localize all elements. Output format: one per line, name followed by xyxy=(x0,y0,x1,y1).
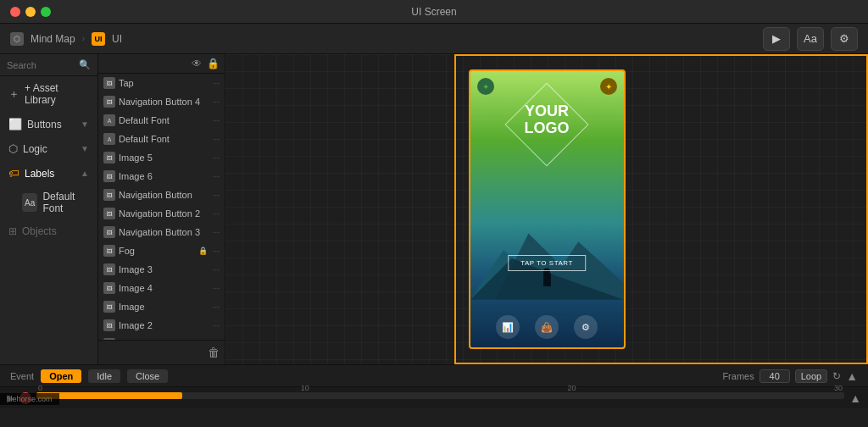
layer-item[interactable]: 🖼Image 6··· xyxy=(98,167,225,186)
layer-options-icon[interactable]: ··· xyxy=(213,228,220,237)
timeline: ▶ 0 10 20 30 ▲ xyxy=(0,386,868,408)
layer-options-icon[interactable]: ··· xyxy=(213,116,220,125)
layer-name-label: Tap xyxy=(119,78,208,88)
visibility-icon[interactable]: 👁 xyxy=(192,58,202,69)
layer-options-icon[interactable]: ··· xyxy=(213,247,220,256)
window-title: UI Screen xyxy=(411,6,456,18)
idle-event-button[interactable]: Idle xyxy=(88,369,120,383)
settings-icon-btn[interactable]: ⚙ xyxy=(574,315,598,339)
layer-item[interactable]: ADefault Font··· xyxy=(98,130,225,148)
main-area: 🔍 ＋ + Asset Library ⬜ Buttons ▼ ⬡ Logic … xyxy=(0,54,868,364)
mountains-svg xyxy=(470,199,624,301)
tap-text: TAP TO START xyxy=(520,259,573,267)
tap-to-start-button[interactable]: TAP TO START xyxy=(508,255,586,271)
layer-item[interactable]: 🖼Navigation Button 2··· xyxy=(98,204,225,223)
layer-options-icon[interactable]: ··· xyxy=(213,153,220,163)
close-event-button[interactable]: Close xyxy=(127,369,168,383)
layer-lock-icon: 🔒 xyxy=(198,247,208,255)
gear-icon: ⚙ xyxy=(839,32,849,45)
breadcrumb-separator: › xyxy=(82,34,85,43)
layer-type-icon: 🖼 xyxy=(103,263,115,275)
event-label: Event xyxy=(10,371,34,381)
layer-item[interactable]: 🖼Fog🔒··· xyxy=(98,241,225,260)
layer-type-icon: 🖼 xyxy=(103,96,115,108)
layer-panel: 👁 🔒 🖼Tap···🖼Navigation Button 4···ADefau… xyxy=(98,54,225,364)
layer-options-icon[interactable]: ··· xyxy=(213,265,220,274)
layer-options-icon[interactable]: ··· xyxy=(213,172,220,181)
delete-layer-button[interactable]: 🗑 xyxy=(208,346,220,359)
play-icon: ▶ xyxy=(772,32,781,45)
maximize-window-button[interactable] xyxy=(41,7,51,17)
font-button[interactable]: Aa xyxy=(797,27,824,51)
layer-item[interactable]: 🖼Tap··· xyxy=(98,74,225,92)
layer-item[interactable]: 🖼Image 2··· xyxy=(98,316,225,335)
layer-options-icon[interactable]: ··· xyxy=(213,321,220,330)
layer-name-label: Navigation Button xyxy=(119,190,208,200)
search-icon: 🔍 xyxy=(79,59,91,70)
collapse-icon[interactable]: ▲ xyxy=(846,369,858,383)
breadcrumb-mindmap[interactable]: Mind Map xyxy=(31,33,75,45)
layer-footer: 🗑 xyxy=(98,340,225,364)
timeline-track[interactable] xyxy=(36,392,844,399)
logo-line1: YOUR xyxy=(513,103,581,120)
default-font-item[interactable]: Aa Default Font xyxy=(0,186,97,219)
buttons-icon: ⬜ xyxy=(8,118,22,130)
layer-options-icon[interactable]: ··· xyxy=(213,135,220,144)
layer-item[interactable]: 🖼Navigation Button 4··· xyxy=(98,92,225,111)
nav-right-buttons: ▶ Aa ⚙ xyxy=(763,27,858,51)
layer-type-icon: 🖼 xyxy=(103,282,115,294)
labels-icon: 🏷 xyxy=(8,167,19,180)
logic-icon: ⬡ xyxy=(8,142,18,155)
layer-item[interactable]: 🖼Image 5··· xyxy=(98,148,225,167)
layer-type-icon: 🖼 xyxy=(103,208,115,219)
left-panel: 🔍 ＋ + Asset Library ⬜ Buttons ▼ ⬡ Logic … xyxy=(0,54,98,364)
corner-star-tr: ✦ xyxy=(600,78,617,95)
layer-item[interactable]: 🖼Image··· xyxy=(98,297,225,316)
search-bar: 🔍 xyxy=(0,54,97,76)
layer-item[interactable]: ADefault Font··· xyxy=(98,111,225,130)
labels-menu-item[interactable]: 🏷 Labels ▲ xyxy=(0,161,97,186)
minimize-window-button[interactable] xyxy=(25,7,36,17)
layer-item[interactable]: 🖼Navigation Button··· xyxy=(98,186,225,204)
loop-button[interactable]: Loop xyxy=(795,369,827,383)
layer-options-icon[interactable]: ··· xyxy=(213,284,220,293)
play-button[interactable]: ▶ xyxy=(763,27,790,51)
settings-button[interactable]: ⚙ xyxy=(831,27,858,51)
layer-options-icon[interactable]: ··· xyxy=(213,79,220,88)
open-event-button[interactable]: Open xyxy=(41,369,81,383)
search-input[interactable] xyxy=(7,60,75,70)
layer-options-icon[interactable]: ··· xyxy=(213,209,220,219)
objects-menu-item[interactable]: ⊞ Objects xyxy=(0,219,97,243)
asset-library-item[interactable]: ＋ + Asset Library xyxy=(0,76,97,112)
layer-options-icon[interactable]: ··· xyxy=(213,302,220,312)
canvas-area[interactable]: ✦ ✦ YOUR LOGO xyxy=(225,54,868,364)
titlebar: UI Screen xyxy=(0,0,868,24)
layer-item[interactable]: 🖼Image 3··· xyxy=(98,260,225,279)
breadcrumb-ui[interactable]: UI xyxy=(112,33,122,45)
diamond-container: YOUR LOGO xyxy=(513,86,581,154)
navbar: ⬡ Mind Map › UI UI ▶ Aa ⚙ xyxy=(0,24,868,54)
mindmap-icon: ⬡ xyxy=(10,32,24,46)
layer-item[interactable]: 🖼Image 4··· xyxy=(98,279,225,297)
layer-name-label: Fog xyxy=(119,246,195,256)
plus-icon: ＋ xyxy=(8,86,19,102)
loop-icon: ↻ xyxy=(832,370,841,382)
layer-name-label: Image 4 xyxy=(119,283,208,293)
frames-input[interactable] xyxy=(760,369,790,383)
chevron-down-icon-2: ▼ xyxy=(81,144,89,153)
lock-icon[interactable]: 🔒 xyxy=(207,58,220,69)
logo-line2: LOGO xyxy=(513,120,581,137)
close-window-button[interactable] xyxy=(10,7,20,17)
layer-type-icon: A xyxy=(103,114,115,126)
layer-options-icon[interactable]: ··· xyxy=(213,191,220,200)
bar-chart-icon-btn[interactable]: 📊 xyxy=(496,315,520,339)
layer-name-label: Image xyxy=(119,302,208,312)
layer-options-icon[interactable]: ··· xyxy=(213,97,220,107)
filehorse-watermark: filehorse.com xyxy=(0,393,59,405)
logic-menu-item[interactable]: ⬡ Logic ▼ xyxy=(0,136,97,161)
timeline-track-container: 0 10 20 30 xyxy=(36,392,844,404)
bag-icon-btn[interactable]: 👜 xyxy=(535,315,559,339)
timeline-expand-icon[interactable]: ▲ xyxy=(849,391,861,405)
buttons-menu-item[interactable]: ⬜ Buttons ▼ xyxy=(0,112,97,136)
layer-item[interactable]: 🖼Navigation Button 3··· xyxy=(98,223,225,241)
